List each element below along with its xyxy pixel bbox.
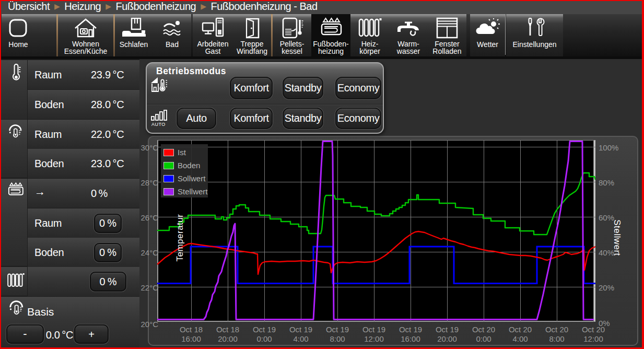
- svg-text:AUTO: AUTO: [151, 122, 166, 127]
